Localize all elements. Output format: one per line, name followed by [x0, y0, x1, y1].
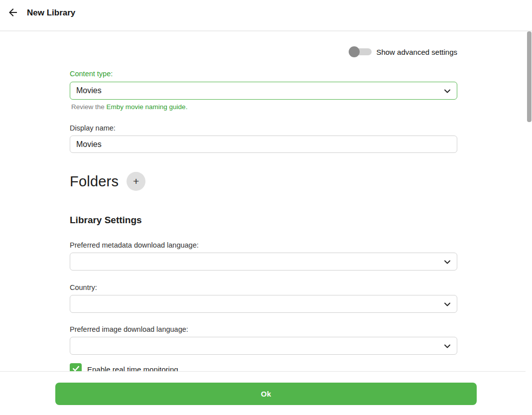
content-type-value: Movies	[76, 86, 102, 95]
chevron-down-icon	[443, 258, 451, 268]
helper-prefix: Review the	[71, 103, 107, 111]
content-type-helper: Review the Emby movie naming guide.	[70, 103, 457, 111]
country-label: Country:	[70, 283, 457, 291]
scrollbar-track[interactable]	[526, 31, 532, 415]
add-folder-button[interactable]: +	[127, 172, 145, 191]
advanced-settings-label: Show advanced settings	[376, 48, 457, 56]
content-type-label: Content type:	[70, 70, 457, 78]
toggle-knob	[349, 46, 360, 57]
metadata-language-select[interactable]	[70, 253, 457, 271]
ok-button[interactable]: Ok	[55, 383, 477, 405]
display-name-value: Movies	[76, 140, 102, 149]
helper-suffix: .	[186, 103, 188, 111]
footer: Ok	[0, 371, 532, 415]
folders-section-header: Folders +	[70, 171, 457, 191]
library-form: Show advanced settings Content type: Mov…	[0, 31, 532, 415]
display-name-input[interactable]: Movies	[70, 136, 457, 153]
advanced-settings-toggle[interactable]	[349, 46, 372, 58]
chevron-down-icon	[443, 300, 451, 310]
advanced-settings-row: Show advanced settings	[70, 46, 457, 58]
folders-heading: Folders	[70, 173, 119, 190]
header: New Library	[0, 0, 532, 26]
chevron-down-icon	[443, 342, 451, 352]
naming-guide-link[interactable]: Emby movie naming guide	[107, 103, 186, 111]
arrow-left-icon	[7, 6, 19, 20]
plus-icon: +	[133, 175, 139, 187]
content-type-select[interactable]: Movies	[70, 82, 457, 100]
back-button[interactable]	[4, 4, 21, 21]
display-name-label: Display name:	[70, 124, 457, 132]
library-settings-heading: Library Settings	[70, 215, 457, 226]
metadata-language-label: Preferred metadata download language:	[70, 241, 457, 249]
image-language-select[interactable]	[70, 337, 457, 355]
page-title: New Library	[27, 8, 75, 18]
country-select[interactable]	[70, 295, 457, 313]
image-language-label: Preferred image download language:	[70, 325, 457, 333]
scrollbar-thumb[interactable]	[527, 31, 532, 122]
chevron-down-icon	[443, 87, 451, 97]
